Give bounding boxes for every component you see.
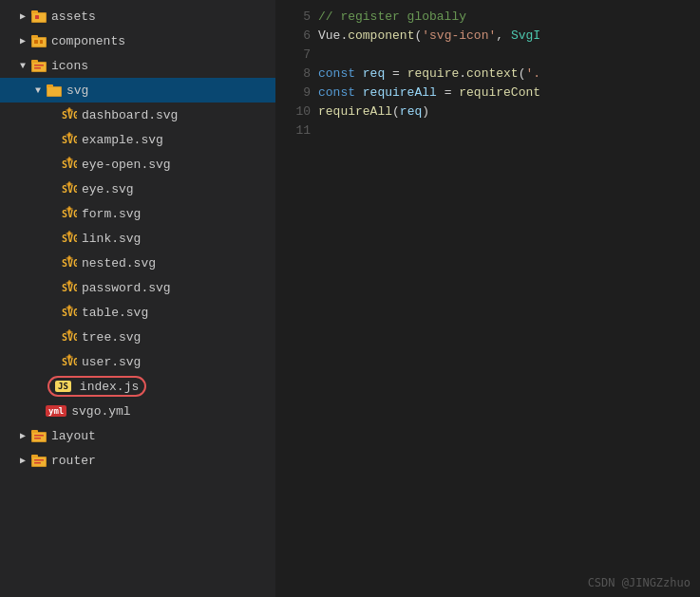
sidebar-item-nested-svg-label: nested.svg	[82, 256, 156, 271]
sidebar-item-eye-svg[interactable]: SVG eye.svg	[0, 177, 275, 201]
js-badge: JS	[55, 381, 71, 392]
code-editor: 5 6 7 8 9 10 11 // register globally Vue…	[275, 0, 700, 597]
sidebar-item-router-label: router	[51, 454, 96, 468]
svg-rect-3	[35, 15, 39, 19]
code-line-8: const req = require.context('.	[318, 65, 700, 84]
sidebar-item-table-svg[interactable]: SVG table.svg	[0, 300, 275, 325]
watermark: CSDN @JINGZzhuo	[588, 576, 691, 589]
sidebar-item-layout[interactable]: ▶ layout	[0, 423, 275, 448]
svg-rect-11	[32, 63, 46, 71]
svg-file-icon: SVG	[61, 180, 78, 197]
sidebar-item-password-svg[interactable]: SVG password.svg	[0, 275, 275, 300]
folder-router-icon	[30, 452, 47, 469]
chevron-down-icon: ▼	[15, 58, 30, 73]
svg-rect-16	[47, 87, 61, 96]
svg-file-icon: SVG	[61, 230, 78, 247]
sidebar-item-router[interactable]: ▶ router	[0, 448, 275, 473]
sidebar-item-user-svg-label: user.svg	[82, 355, 141, 369]
sidebar-item-password-svg-label: password.svg	[82, 281, 171, 295]
svg-file-icon: SVG	[61, 205, 78, 222]
sidebar-item-link-svg-label: link.svg	[82, 232, 141, 246]
code-line-10: requireAll(req)	[318, 103, 700, 121]
svg-point-48	[67, 232, 71, 235]
svg-rect-12	[34, 65, 44, 66]
svg-file-icon: SVG	[61, 106, 78, 123]
sidebar-item-icons-label: icons	[51, 59, 88, 73]
line-numbers: 5 6 7 8 9 10 11	[275, 6, 318, 597]
code-line-11	[318, 121, 700, 140]
sidebar-item-dashboard-svg[interactable]: SVG dashboard.svg	[0, 103, 275, 127]
sidebar-item-tree-svg[interactable]: SVG tree.svg	[0, 325, 275, 349]
folder-layout-icon	[30, 427, 47, 444]
sidebar-item-layout-label: layout	[51, 429, 96, 443]
sidebar-item-nested-svg[interactable]: SVG nested.svg	[0, 251, 275, 275]
sidebar-item-example-svg-label: example.svg	[82, 133, 163, 147]
svg-file-icon: SVG	[61, 328, 78, 345]
code-line-7	[318, 46, 700, 65]
svg-point-66	[67, 306, 71, 309]
svg-point-72	[67, 330, 71, 334]
sidebar-item-user-svg[interactable]: SVG user.svg	[0, 349, 275, 374]
sidebar-item-svg[interactable]: ▼ svg	[0, 78, 275, 103]
file-tree: ▶ assets ▶ components ▼	[0, 0, 275, 597]
svg-point-36	[67, 182, 71, 186]
sidebar-item-example-svg[interactable]: SVG example.svg	[0, 127, 275, 152]
sidebar-item-index-js[interactable]: JS index.js	[0, 374, 275, 399]
folder-svg-icon	[46, 82, 63, 99]
svg-rect-13	[34, 67, 41, 69]
sidebar-item-icons[interactable]: ▼ icons	[0, 53, 275, 78]
sidebar-item-link-svg[interactable]: SVG link.svg	[0, 226, 275, 251]
svg-file-icon: SVG	[61, 156, 78, 173]
folder-components-icon	[30, 32, 47, 49]
chevron-right-icon: ▶	[15, 453, 30, 468]
svg-rect-86	[34, 435, 44, 437]
svg-point-78	[67, 355, 71, 359]
svg-point-42	[67, 207, 71, 211]
svg-rect-7	[34, 40, 38, 44]
chevron-right-icon: ▶	[15, 9, 30, 24]
svg-point-18	[67, 108, 71, 112]
sidebar-item-assets[interactable]: ▶ assets	[0, 4, 275, 28]
sidebar-item-form-svg[interactable]: SVG form.svg	[0, 201, 275, 226]
sidebar-item-tree-svg-label: tree.svg	[82, 330, 141, 345]
sidebar-item-components[interactable]: ▶ components	[0, 28, 275, 53]
folder-icons-icon	[30, 57, 47, 74]
svg-point-30	[67, 158, 71, 161]
sidebar-item-assets-label: assets	[51, 9, 96, 24]
sidebar-item-dashboard-svg-label: dashboard.svg	[82, 108, 178, 122]
sidebar-item-eye-open-svg-label: eye-open.svg	[82, 158, 171, 172]
sidebar-item-form-svg-label: form.svg	[82, 207, 141, 221]
sidebar-item-svgo-yml-label: svgo.yml	[71, 404, 130, 419]
code-line-9: const requireAll = requireCont	[318, 84, 700, 103]
svg-rect-85	[32, 433, 46, 441]
svg-point-24	[67, 133, 71, 137]
svg-file-icon: SVG	[61, 131, 78, 148]
code-line-5: // register globally	[318, 8, 700, 27]
svg-rect-87	[34, 438, 41, 439]
svg-point-54	[67, 256, 71, 260]
svg-rect-91	[34, 459, 44, 461]
svg-file-icon: SVG	[61, 304, 78, 321]
svg-point-60	[67, 281, 71, 285]
code-line-6: Vue.component('svg-icon', SvgI	[318, 27, 700, 46]
svg-rect-90	[32, 457, 46, 466]
svg-file-icon: SVG	[61, 254, 78, 271]
svg-rect-92	[34, 462, 41, 464]
sidebar-item-svg-label: svg	[66, 84, 88, 98]
folder-assets-icon	[30, 8, 47, 25]
yml-badge: yml	[46, 405, 66, 417]
sidebar-item-index-js-label: index.js	[80, 380, 139, 394]
sidebar-item-table-svg-label: table.svg	[82, 306, 148, 320]
svg-file-icon: SVG	[61, 353, 78, 370]
chevron-right-icon: ▶	[15, 428, 30, 443]
sidebar-item-eye-svg-label: eye.svg	[82, 182, 134, 196]
code-content: // register globally Vue.component('svg-…	[318, 6, 700, 597]
chevron-down-icon: ▼	[30, 83, 46, 98]
chevron-right-icon: ▶	[15, 33, 30, 48]
svg-file-icon: SVG	[61, 279, 78, 296]
svg-rect-8	[40, 40, 43, 44]
sidebar-item-eye-open-svg[interactable]: SVG eye-open.svg	[0, 152, 275, 177]
sidebar-item-components-label: components	[51, 34, 125, 48]
sidebar-item-svgo-yml[interactable]: yml svgo.yml	[0, 399, 275, 423]
